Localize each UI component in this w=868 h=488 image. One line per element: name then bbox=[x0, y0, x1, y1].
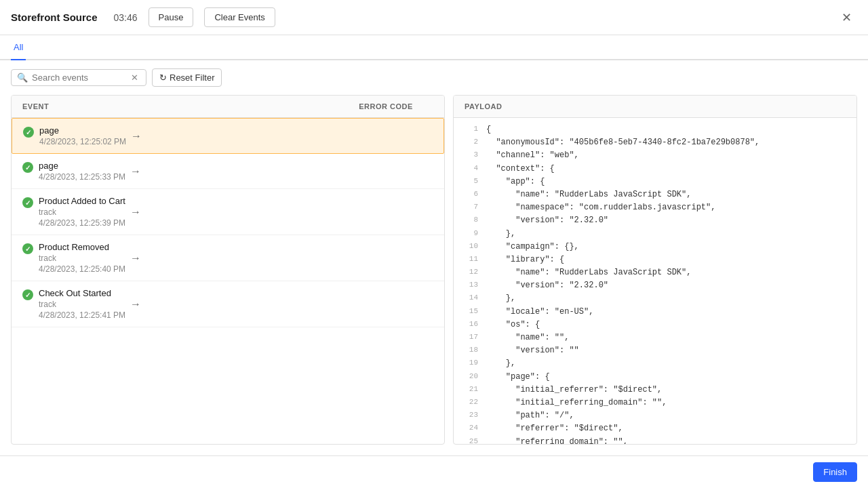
tabs-bar: All bbox=[0, 35, 868, 60]
line-number: 5 bbox=[459, 176, 478, 188]
line-number: 4 bbox=[459, 163, 478, 176]
clear-search-icon[interactable]: ✕ bbox=[131, 73, 138, 83]
search-input[interactable] bbox=[32, 73, 127, 83]
payload-line: 11 "library": { bbox=[454, 253, 856, 266]
event-status: page 4/28/2023, 12:25:33 PM bbox=[22, 161, 125, 182]
line-content: "namespace": "com.rudderlabs.javascript"… bbox=[486, 201, 715, 214]
line-content: "initial_referring_domain": "", bbox=[486, 396, 667, 409]
payload-line: 19 }, bbox=[454, 357, 856, 370]
line-number: 20 bbox=[459, 371, 478, 384]
event-time: 4/28/2023, 12:25:40 PM bbox=[39, 264, 125, 274]
payload-line: 18 "version": "" bbox=[454, 344, 856, 357]
line-content: "name": "RudderLabs JavaScript SDK", bbox=[486, 266, 691, 279]
line-content: "referring_domain": "", bbox=[486, 436, 628, 445]
event-info: Check Out Started track 4/28/2023, 12:25… bbox=[39, 288, 125, 320]
clear-events-button[interactable]: Clear Events bbox=[204, 7, 275, 27]
status-success-icon bbox=[22, 243, 33, 254]
payload-line: 21 "initial_referrer": "$direct", bbox=[454, 384, 856, 396]
arrow-icon: → bbox=[125, 252, 146, 264]
arrow-icon: → bbox=[125, 206, 146, 218]
event-sub: track bbox=[39, 253, 125, 263]
event-row[interactable]: page 4/28/2023, 12:25:02 PM → bbox=[12, 118, 444, 154]
line-content: }, bbox=[486, 357, 515, 370]
payload-line: 20 "page": { bbox=[454, 371, 856, 384]
tab-all[interactable]: All bbox=[11, 35, 26, 60]
line-number: 7 bbox=[459, 201, 478, 214]
payload-line: 5 "app": { bbox=[454, 176, 856, 188]
payload-line: 13 "version": "2.32.0" bbox=[454, 279, 856, 292]
line-number: 21 bbox=[459, 384, 478, 396]
line-content: "name": "RudderLabs JavaScript SDK", bbox=[486, 188, 691, 201]
line-number: 8 bbox=[459, 214, 478, 227]
line-number: 2 bbox=[459, 136, 478, 149]
line-content: "anonymousId": "405b6fe8-5eb7-4340-8fc2-… bbox=[486, 136, 760, 149]
search-icon: 🔍 bbox=[17, 73, 28, 83]
line-number: 1 bbox=[459, 123, 478, 136]
finish-button[interactable]: Finish bbox=[813, 462, 857, 482]
status-success-icon bbox=[22, 197, 33, 208]
line-number: 17 bbox=[459, 331, 478, 344]
event-row[interactable]: page 4/28/2023, 12:25:33 PM → bbox=[12, 154, 444, 189]
event-row[interactable]: Product Added to Cart track 4/28/2023, 1… bbox=[12, 189, 444, 235]
reset-filter-button[interactable]: ↻ Reset Filter bbox=[152, 68, 222, 87]
event-time: 4/28/2023, 12:25:39 PM bbox=[39, 218, 125, 228]
payload-panel: PAYLOAD 1{2 "anonymousId": "405b6fe8-5eb… bbox=[453, 95, 857, 445]
app-container: Storefront Source 03:46 Pause Clear Even… bbox=[0, 0, 868, 488]
event-name: page bbox=[39, 125, 126, 136]
table-header: EVENT ERROR CODE bbox=[12, 96, 444, 118]
event-time: 4/28/2023, 12:25:02 PM bbox=[39, 137, 126, 146]
line-number: 13 bbox=[459, 279, 478, 292]
line-number: 19 bbox=[459, 357, 478, 370]
event-info: page 4/28/2023, 12:25:02 PM bbox=[39, 125, 126, 146]
line-content: "initial_referrer": "$direct", bbox=[486, 384, 662, 396]
payload-header: PAYLOAD bbox=[454, 96, 856, 118]
line-number: 6 bbox=[459, 188, 478, 201]
event-info: page 4/28/2023, 12:25:33 PM bbox=[39, 161, 125, 182]
close-button[interactable]: ✕ bbox=[836, 7, 857, 28]
arrow-icon: → bbox=[125, 298, 146, 310]
line-content: "page": { bbox=[486, 371, 550, 384]
event-sub: track bbox=[39, 207, 125, 217]
reset-icon: ↻ bbox=[159, 73, 167, 83]
payload-line: 16 "os": { bbox=[454, 319, 856, 331]
line-number: 10 bbox=[459, 241, 478, 253]
pause-button[interactable]: Pause bbox=[149, 7, 194, 27]
event-status: Product Removed track 4/28/2023, 12:25:4… bbox=[22, 242, 125, 274]
app-title: Storefront Source bbox=[11, 12, 98, 23]
line-content: "app": { bbox=[486, 176, 545, 188]
line-content: "version": "" bbox=[486, 344, 579, 357]
line-number: 12 bbox=[459, 266, 478, 279]
toolbar: 🔍 ✕ ↻ Reset Filter bbox=[0, 60, 868, 95]
event-row[interactable]: Check Out Started track 4/28/2023, 12:25… bbox=[12, 281, 444, 327]
line-number: 16 bbox=[459, 319, 478, 331]
event-status: page 4/28/2023, 12:25:02 PM bbox=[23, 125, 126, 146]
status-success-icon bbox=[22, 162, 33, 173]
arrow-icon: → bbox=[126, 130, 146, 142]
line-number: 11 bbox=[459, 253, 478, 266]
event-name: Product Removed bbox=[39, 242, 125, 252]
line-number: 3 bbox=[459, 149, 478, 162]
line-number: 22 bbox=[459, 396, 478, 409]
line-content: "os": { bbox=[486, 319, 540, 331]
line-number: 9 bbox=[459, 228, 478, 241]
line-number: 15 bbox=[459, 306, 478, 319]
event-info: Product Removed track 4/28/2023, 12:25:4… bbox=[39, 242, 125, 274]
line-content: "version": "2.32.0" bbox=[486, 279, 608, 292]
event-time: 4/28/2023, 12:25:41 PM bbox=[39, 310, 125, 320]
event-info: Product Added to Cart track 4/28/2023, 1… bbox=[39, 196, 125, 228]
search-box: 🔍 ✕ bbox=[11, 69, 146, 86]
line-content: "channel": "web", bbox=[486, 149, 579, 162]
payload-line: 15 "locale": "en-US", bbox=[454, 306, 856, 319]
payload-line: 10 "campaign": {}, bbox=[454, 241, 856, 253]
payload-line: 23 "path": "/", bbox=[454, 409, 856, 422]
payload-content[interactable]: 1{2 "anonymousId": "405b6fe8-5eb7-4340-8… bbox=[454, 118, 856, 444]
main-content: EVENT ERROR CODE page 4/28/2023, 12:25:0… bbox=[0, 95, 868, 455]
payload-line: 17 "name": "", bbox=[454, 331, 856, 344]
event-status: Product Added to Cart track 4/28/2023, 1… bbox=[22, 196, 125, 228]
payload-line: 1{ bbox=[454, 123, 856, 136]
line-content: "context": { bbox=[486, 163, 555, 176]
event-row[interactable]: Product Removed track 4/28/2023, 12:25:4… bbox=[12, 235, 444, 281]
timer: 03:46 bbox=[114, 12, 138, 23]
payload-line: 8 "version": "2.32.0" bbox=[454, 214, 856, 227]
payload-line: 22 "initial_referring_domain": "", bbox=[454, 396, 856, 409]
